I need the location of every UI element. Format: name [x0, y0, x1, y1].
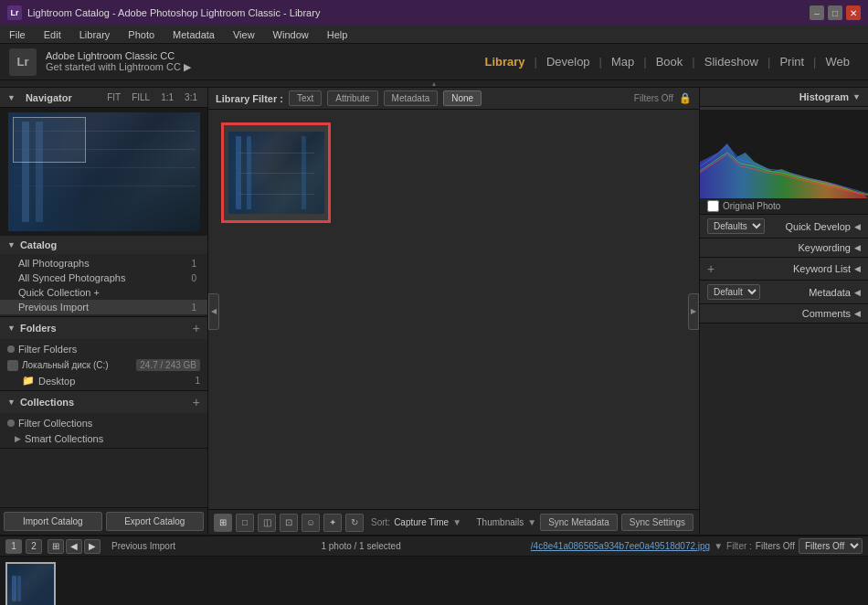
grid-thumbnail-selected[interactable]	[221, 122, 331, 223]
metadata-header[interactable]: Default Metadata ◀	[700, 281, 868, 303]
svg-rect-1	[700, 107, 868, 110]
catalog-header[interactable]: ▼ Catalog	[0, 236, 207, 254]
quick-develop-header[interactable]: Defaults Quick Develop ◀	[700, 215, 868, 238]
module-map[interactable]: Map	[602, 51, 643, 72]
menu-photo[interactable]: Photo	[124, 27, 158, 42]
navigator-title: Navigator	[26, 92, 99, 103]
menu-metadata[interactable]: Metadata	[169, 27, 218, 42]
sort-dropdown-icon[interactable]: ▼	[452, 517, 461, 527]
quick-develop-preset-select[interactable]: Defaults	[707, 218, 765, 234]
keywording-section: Keywording ◀	[700, 239, 868, 258]
survey-view-button[interactable]: ⊡	[280, 514, 298, 532]
filter-tab-attribute[interactable]: Attribute	[327, 90, 377, 106]
export-catalog-button[interactable]: Export Catalog	[106, 512, 205, 531]
keywording-header[interactable]: Keywording ◀	[700, 239, 868, 257]
module-library[interactable]: Library	[475, 51, 534, 72]
title-bar-controls: – □ ✕	[810, 5, 861, 20]
left-panel-collapse-tab[interactable]: ◀	[208, 293, 219, 330]
filmstrip-grid-btn[interactable]: ⊞	[48, 539, 64, 554]
module-slideshow[interactable]: Slideshow	[695, 51, 767, 72]
filter-folders-row[interactable]: Filter Folders	[0, 341, 207, 357]
filmstrip-nav-next[interactable]: ▶	[84, 539, 101, 554]
filmstrip-path-dropdown[interactable]: ▼	[714, 541, 723, 551]
menu-file[interactable]: File	[5, 27, 29, 42]
module-web[interactable]: Web	[817, 51, 860, 72]
smart-collections-row[interactable]: ▶ Smart Collections	[0, 431, 207, 446]
collections-header[interactable]: ▼ Collections +	[0, 391, 207, 413]
filter-lock-icon[interactable]: 🔒	[679, 92, 692, 104]
filter-tab-metadata[interactable]: Metadata	[384, 90, 439, 106]
comments-section: Comments ◀	[700, 304, 868, 324]
quick-develop-title: Quick Develop	[765, 221, 851, 232]
loupe-view-button[interactable]: □	[236, 514, 254, 532]
bottom-toolbar: ⊞ □ ◫ ⊡ ☺ ✦ ↻ Sort: Capture Time ▼ Thumb…	[208, 509, 699, 535]
sort-value[interactable]: Capture Time	[394, 517, 449, 527]
menu-help[interactable]: Help	[323, 27, 352, 42]
top-panel-expand[interactable]: ▲	[0, 80, 868, 88]
module-develop[interactable]: Develop	[537, 51, 599, 72]
menu-edit[interactable]: Edit	[40, 27, 65, 42]
keyword-list-section: + Keyword List ◀	[700, 258, 868, 281]
filmstrip-nav-prev[interactable]: ◀	[66, 539, 82, 554]
collections-title: Collections	[20, 397, 189, 408]
title-bar: Lr Lightroom Catalog - Adobe Photoshop L…	[0, 0, 868, 26]
histogram-header[interactable]: Histogram ▼	[700, 88, 868, 107]
filmstrip-thumb-image-1	[7, 564, 54, 606]
filmstrip-filter-select[interactable]: Filters Off	[799, 538, 863, 554]
spray-button[interactable]: ✦	[323, 514, 342, 532]
desktop-folder-row[interactable]: 📁 Desktop 1	[0, 373, 207, 388]
menu-library[interactable]: Library	[76, 27, 114, 42]
people-view-button[interactable]: ☺	[302, 514, 320, 532]
catalog-synced-photos[interactable]: All Synced Photographs 0	[0, 271, 207, 285]
keyword-list-add[interactable]: +	[707, 261, 715, 276]
catalog-previous-import[interactable]: Previous Import 1	[0, 300, 207, 314]
zoom-1to1[interactable]: 1:1	[158, 91, 176, 103]
grid-area[interactable]	[208, 110, 699, 509]
menu-window[interactable]: Window	[270, 27, 312, 42]
app-icon: Lr	[7, 5, 22, 20]
folders-header[interactable]: ▼ Folders +	[0, 317, 207, 339]
filter-tab-text[interactable]: Text	[289, 90, 322, 106]
sync-settings-button[interactable]: Sync Settings	[621, 514, 693, 531]
lr-action[interactable]: Get started with Lightroom CC ▶	[46, 61, 191, 72]
filmstrip-page2[interactable]: 2	[26, 539, 42, 554]
filmstrip-file-path[interactable]: /4c8e41a086565a934b7ee0a49518d072.jpg	[531, 541, 710, 551]
original-photo-checkbox[interactable]	[707, 200, 719, 212]
navigator-header[interactable]: ▼ Navigator FIT FILL 1:1 3:1	[0, 88, 207, 108]
zoom-fill[interactable]: FILL	[129, 91, 153, 103]
comments-header[interactable]: Comments ◀	[700, 304, 868, 323]
filmstrip-thumbs	[0, 557, 868, 605]
minimize-button[interactable]: –	[810, 5, 824, 20]
import-catalog-button[interactable]: Import Catalog	[4, 512, 102, 531]
module-book[interactable]: Book	[647, 51, 693, 72]
thumb-slider-container: Thumbnails ▼ Sync Metadata Sync Settings	[477, 514, 693, 531]
thumb-dropdown-icon[interactable]: ▼	[527, 517, 536, 527]
center-area: Library Filter : Text Attribute Metadata…	[208, 88, 699, 535]
folders-add-button[interactable]: +	[193, 321, 200, 335]
zoom-fit[interactable]: FIT	[104, 91, 123, 103]
rotate-button[interactable]: ↻	[345, 514, 364, 532]
maximize-button[interactable]: □	[828, 5, 842, 20]
menu-view[interactable]: View	[229, 27, 259, 42]
sync-metadata-button[interactable]: Sync Metadata	[540, 514, 618, 531]
catalog-quick-collection[interactable]: Quick Collection +	[0, 285, 207, 300]
zoom-3to1[interactable]: 3:1	[182, 91, 200, 103]
grid-view-button[interactable]: ⊞	[214, 514, 232, 532]
folders-title: Folders	[20, 323, 189, 334]
filmstrip-page1[interactable]: 1	[5, 539, 22, 554]
collections-add-button[interactable]: +	[193, 395, 200, 409]
catalog-all-photos[interactable]: All Photographs 1	[0, 256, 207, 271]
filter-tab-none[interactable]: None	[443, 90, 482, 106]
disk-row[interactable]: Локальный диск (C:) 24.7 / 243 GB	[0, 357, 207, 373]
metadata-title: Metadata	[760, 287, 851, 298]
filmstrip-thumb-1[interactable]	[5, 562, 56, 606]
filter-collections-row[interactable]: Filter Collections	[0, 415, 207, 431]
close-button[interactable]: ✕	[846, 5, 861, 20]
compare-view-button[interactable]: ◫	[258, 514, 276, 532]
metadata-chevron: ◀	[854, 288, 861, 297]
module-print[interactable]: Print	[770, 51, 813, 72]
quick-develop-chevron: ◀	[854, 222, 861, 231]
metadata-preset-select[interactable]: Default	[707, 284, 760, 300]
keyword-list-header[interactable]: + Keyword List ◀	[700, 258, 868, 280]
right-panel-collapse-tab[interactable]: ▶	[688, 293, 699, 330]
